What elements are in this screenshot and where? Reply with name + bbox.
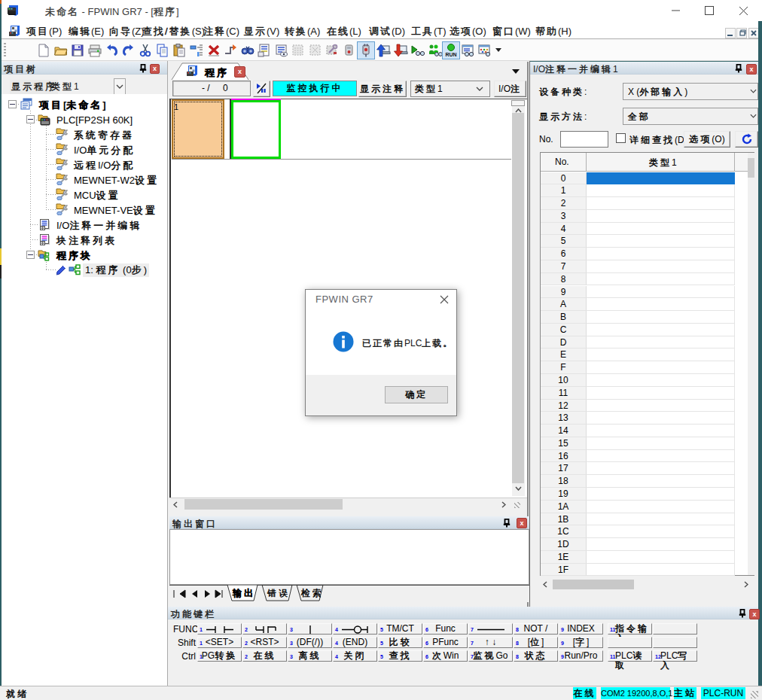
svg-text:RUN: RUN	[445, 52, 456, 57]
